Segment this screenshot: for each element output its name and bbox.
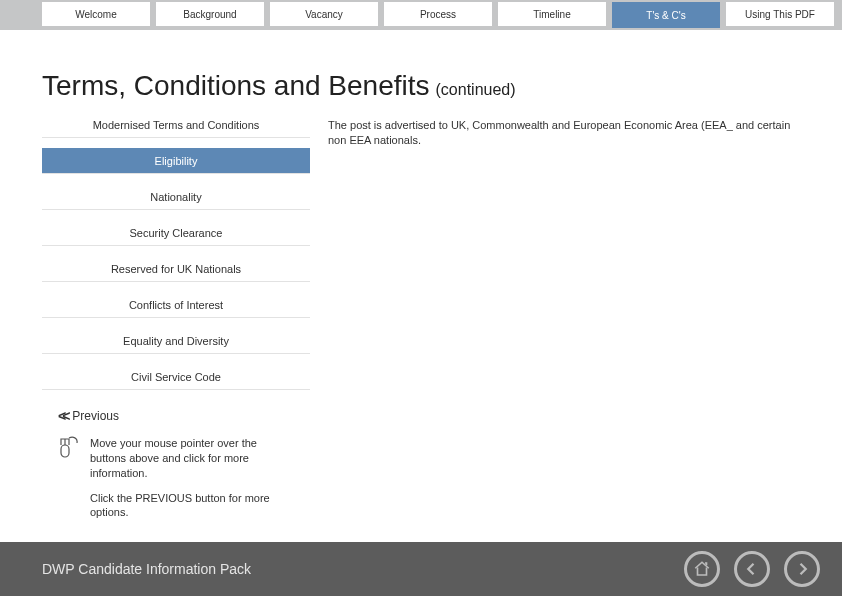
side-item-modernised[interactable]: Modernised Terms and Conditions — [42, 112, 310, 138]
tab-label: Process — [420, 9, 456, 20]
tab-label: Welcome — [75, 9, 117, 20]
side-item-label: Civil Service Code — [131, 371, 221, 383]
side-item-eligibility[interactable]: Eligibility — [42, 148, 310, 174]
tab-label: Using This PDF — [745, 9, 815, 20]
side-item-label: Reserved for UK Nationals — [111, 263, 241, 275]
hint-p2: Click the PREVIOUS button for more optio… — [90, 491, 288, 521]
tab-using-pdf[interactable]: Using This PDF — [726, 2, 834, 26]
side-item-equality[interactable]: Equality and Diversity — [42, 328, 310, 354]
side-item-label: Security Clearance — [130, 227, 223, 239]
content-row: Modernised Terms and Conditions Eligibil… — [0, 112, 842, 400]
side-item-civil[interactable]: Civil Service Code — [42, 364, 310, 390]
tab-vacancy[interactable]: Vacancy — [270, 2, 378, 26]
page-subtitle: (continued) — [436, 81, 516, 99]
tab-tcs[interactable]: T's & C's — [612, 2, 720, 28]
side-item-reserved[interactable]: Reserved for UK Nationals — [42, 256, 310, 282]
body-text: The post is advertised to UK, Commonweal… — [328, 112, 798, 148]
back-button[interactable] — [734, 551, 770, 587]
hint-p1: Move your mouse pointer over the buttons… — [90, 436, 288, 481]
page-heading-row: Terms, Conditions and Benefits (continue… — [42, 70, 842, 102]
side-item-label: Conflicts of Interest — [129, 299, 223, 311]
tab-process[interactable]: Process — [384, 2, 492, 26]
side-item-conflicts[interactable]: Conflicts of Interest — [42, 292, 310, 318]
home-icon — [693, 560, 711, 578]
side-item-nationality[interactable]: Nationality — [42, 184, 310, 210]
tab-label: T's & C's — [646, 10, 685, 21]
mouse-pointer-icon — [58, 436, 80, 462]
tab-background[interactable]: Background — [156, 2, 264, 26]
forward-button[interactable] — [784, 551, 820, 587]
top-tab-bar: Welcome Background Vacancy Process Timel… — [0, 0, 842, 30]
chevron-left-icon: << — [58, 408, 66, 424]
tab-label: Background — [183, 9, 236, 20]
tab-label: Timeline — [533, 9, 570, 20]
footer-icons — [684, 551, 820, 587]
side-item-label: Equality and Diversity — [123, 335, 229, 347]
previous-button[interactable]: << Previous — [58, 408, 842, 424]
previous-label: Previous — [72, 409, 119, 423]
side-item-security[interactable]: Security Clearance — [42, 220, 310, 246]
side-item-label: Modernised Terms and Conditions — [93, 119, 260, 131]
tab-label: Vacancy — [305, 9, 343, 20]
footer-bar: DWP Candidate Information Pack — [0, 542, 842, 596]
arrow-right-icon — [793, 560, 811, 578]
footer-title: DWP Candidate Information Pack — [42, 561, 251, 577]
home-button[interactable] — [684, 551, 720, 587]
arrow-left-icon — [743, 560, 761, 578]
side-panel: Modernised Terms and Conditions Eligibil… — [42, 112, 310, 400]
tab-welcome[interactable]: Welcome — [42, 2, 150, 26]
hint-block: Move your mouse pointer over the buttons… — [58, 436, 288, 530]
side-item-label: Nationality — [150, 191, 201, 203]
hint-text: Move your mouse pointer over the buttons… — [90, 436, 288, 530]
page-title: Terms, Conditions and Benefits — [42, 70, 430, 102]
svg-rect-0 — [61, 445, 69, 457]
side-item-label: Eligibility — [155, 155, 198, 167]
tab-timeline[interactable]: Timeline — [498, 2, 606, 26]
